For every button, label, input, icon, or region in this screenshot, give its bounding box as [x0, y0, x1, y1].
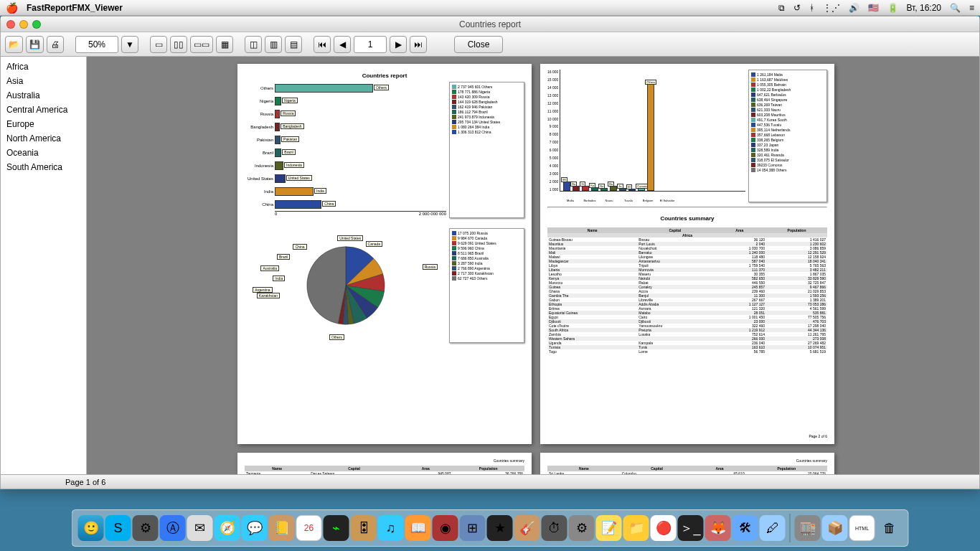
apple-menu-icon[interactable]: 🍎: [6, 2, 18, 14]
app-icon[interactable]: 🎛: [351, 515, 377, 541]
imovie-icon[interactable]: ★: [487, 515, 513, 541]
summary-title: Countries summary: [547, 215, 827, 222]
outline-sidebar: AfricaAsiaAustraliaCentral AmericaEurope…: [1, 57, 87, 474]
close-button[interactable]: Close: [454, 36, 503, 53]
layout-1-button[interactable]: ◫: [245, 36, 262, 53]
sidebar-item[interactable]: South America: [1, 160, 86, 174]
page-canvas[interactable]: Countries report OthersOthersNigeriaNige…: [87, 57, 979, 474]
finder-icon[interactable]: 🙂: [78, 515, 104, 541]
app-icon[interactable]: ⏱: [542, 515, 567, 541]
sidebar-item[interactable]: Oceania: [1, 146, 86, 160]
page-number-input[interactable]: [354, 36, 387, 53]
sidebar-item[interactable]: Australia: [1, 88, 86, 103]
app-icon[interactable]: 📁: [623, 515, 649, 541]
macos-menubar: 🍎 FastReportFMX_Viewer ⧉ ↺ ᚼ ⋮⋰ 🔊 🇺🇸 🔋 В…: [0, 0, 980, 16]
vbar-x-axis: MaltaBarbadosNauruTuvaluBelgiumEl Salvad…: [559, 199, 745, 202]
page-number: Page 2 of 6: [547, 434, 827, 438]
chrome-icon[interactable]: 🔴: [651, 515, 677, 541]
countries-table: NameCapitalAreaPopulation AfricaGuinea-B…: [547, 227, 827, 354]
pie-chart: United States Canada Russia China Brazil…: [245, 228, 446, 343]
last-page-button[interactable]: ⏭: [410, 36, 427, 53]
open-button[interactable]: 📂: [5, 36, 23, 53]
sidebar-item[interactable]: North America: [1, 131, 86, 146]
skype-icon[interactable]: S: [105, 515, 131, 541]
volume-icon[interactable]: 🔊: [849, 3, 859, 13]
messages-icon[interactable]: 💬: [242, 515, 268, 541]
notification-center-icon[interactable]: ≡: [969, 3, 974, 13]
dropbox-icon[interactable]: ⧉: [778, 3, 785, 13]
viewer-toolbar: 📂 💾 🖨 ▼ ▭ ▯▯ ▭▭ ▦ ◫ ▥ ▤ ⏮ ◀ ▶ ⏭ Close: [1, 32, 979, 57]
first-page-button[interactable]: ⏮: [314, 36, 331, 53]
window-close-button[interactable]: [6, 20, 15, 29]
clock[interactable]: Вт, 16:20: [907, 3, 941, 13]
prev-page-button[interactable]: ◀: [334, 36, 351, 53]
zoom-input[interactable]: [75, 36, 118, 53]
input-source-icon[interactable]: 🇺🇸: [868, 3, 879, 13]
battery-icon[interactable]: 🔋: [887, 3, 898, 13]
print-button[interactable]: 🖨: [47, 36, 64, 53]
pie-tag: United States: [337, 235, 363, 241]
trash-icon[interactable]: 🗑: [877, 515, 903, 541]
view-single-button[interactable]: ▭: [150, 36, 167, 53]
sidebar-item[interactable]: Africa: [1, 60, 86, 74]
pie-tag: Others: [329, 334, 344, 340]
report-page-2: 16 00015 00014 00013 00012 00011 00010 0…: [540, 64, 834, 444]
bluetooth-icon[interactable]: ᚼ: [809, 3, 814, 13]
view-grid-button[interactable]: ▦: [216, 36, 233, 53]
app-icon[interactable]: 🛠: [732, 515, 758, 541]
mail-icon[interactable]: ✉: [187, 515, 213, 541]
pie-legend: 17 075 200 Russia9 984 670 Canada9 629 0…: [449, 228, 524, 343]
safari-icon[interactable]: 🧭: [215, 515, 240, 541]
app-icon[interactable]: ⊞: [460, 515, 486, 541]
itunes-icon[interactable]: ♫: [378, 515, 404, 541]
viewer-window: Countries report 📂 💾 🖨 ▼ ▭ ▯▯ ▭▭ ▦ ◫ ▥ ▤…: [0, 16, 980, 489]
report-page-1: Countries report OthersOthersNigeriaNige…: [237, 64, 532, 444]
terminal-icon[interactable]: ＞_: [678, 515, 704, 541]
report-page-3: Countries summary NameCapitalAreaPopulat…: [237, 453, 532, 474]
ibooks-icon[interactable]: 📖: [405, 515, 431, 541]
zoom-dropdown[interactable]: ▼: [121, 36, 138, 53]
contacts-icon[interactable]: 📒: [269, 515, 295, 541]
calendar-icon[interactable]: 26: [296, 515, 322, 541]
app-icon[interactable]: 📦: [822, 515, 848, 541]
vbar-chart: MlBaSiKoNeBaJaElComorosOthers: [560, 70, 745, 192]
app-icon[interactable]: ⚙: [133, 515, 159, 541]
layout-3-button[interactable]: ▤: [285, 36, 302, 53]
sidebar-item[interactable]: Central America: [1, 103, 86, 117]
wifi-icon[interactable]: ⋮⋰: [823, 3, 840, 13]
window-titlebar[interactable]: Countries report: [1, 17, 979, 32]
pie-tag: India: [273, 276, 285, 281]
layout-2-button[interactable]: ▥: [265, 36, 282, 53]
app-icon[interactable]: 🏬: [795, 515, 821, 541]
app-name[interactable]: FastReportFMX_Viewer: [27, 3, 123, 13]
activity-icon[interactable]: ⌁: [324, 515, 349, 541]
pie-tag: China: [293, 244, 306, 250]
next-page-button[interactable]: ▶: [390, 36, 407, 53]
view-facing-button[interactable]: ▭▭: [190, 36, 213, 53]
report-title: Countries report: [245, 72, 524, 79]
spotlight-icon[interactable]: 🔍: [950, 3, 961, 13]
window-minimize-button[interactable]: [19, 20, 28, 29]
status-bar: Page 1 of 6: [1, 474, 979, 489]
save-button[interactable]: 💾: [26, 36, 44, 53]
sidebar-item[interactable]: Asia: [1, 74, 86, 88]
app-icon[interactable]: ◉: [433, 515, 458, 541]
timemachine-icon[interactable]: ↺: [793, 3, 801, 13]
hbar-legend: 2 737 945 601 Others178 771 886 Nigeria1…: [449, 82, 524, 218]
page-status: Page 1 of 6: [65, 478, 105, 486]
html-doc-icon[interactable]: HTML: [849, 515, 875, 541]
vbar-legend: 1 261,184 Malta1 163,687 Maldives1 055,3…: [748, 70, 827, 202]
app-icon[interactable]: 🖊: [760, 515, 786, 541]
preferences-icon[interactable]: ⚙: [569, 515, 595, 541]
app-icon[interactable]: 🦊: [705, 515, 731, 541]
report-page-4: Countries summary NameCapitalAreaPopulat…: [540, 453, 834, 474]
pie-tag: Australia: [260, 265, 278, 271]
garageband-icon[interactable]: 🎸: [514, 515, 540, 541]
sidebar-item[interactable]: Europe: [1, 117, 86, 131]
window-title: Countries report: [1, 19, 979, 29]
window-zoom-button[interactable]: [32, 20, 41, 29]
appstore-icon[interactable]: Ⓐ: [160, 515, 186, 541]
vbar-y-axis: 16 00015 00014 00013 00012 00011 00010 0…: [547, 70, 560, 192]
notes-icon[interactable]: 📝: [596, 515, 622, 541]
view-continuous-button[interactable]: ▯▯: [170, 36, 187, 53]
